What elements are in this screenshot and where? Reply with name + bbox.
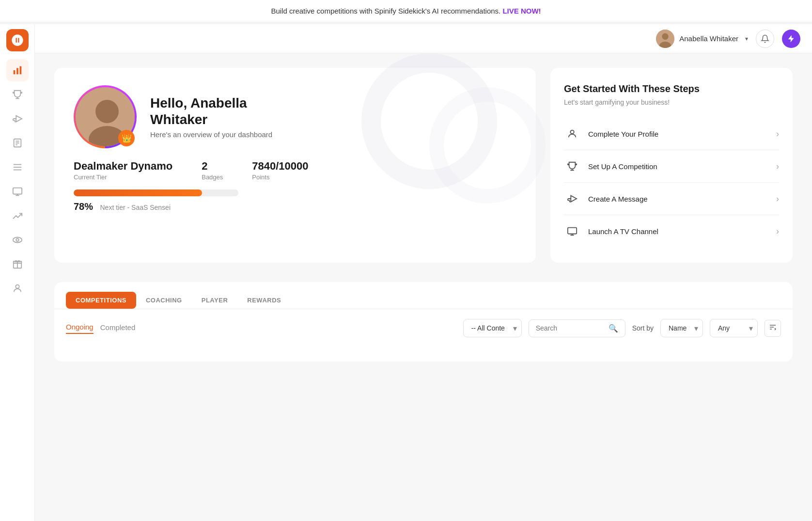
svg-point-21 <box>95 100 119 123</box>
filter-bar: Ongoing Completed -- All Conte Active In… <box>54 309 793 347</box>
live-now-link[interactable]: LIVE NOW! <box>502 7 541 15</box>
sort-label: Sort by <box>632 324 654 332</box>
tab-player[interactable]: PLAYER <box>192 292 238 309</box>
next-tier-label: Next tier - SaaS Sensei <box>100 204 171 211</box>
svg-point-18 <box>662 33 669 39</box>
get-started-subtitle: Let's start gamifying your business! <box>564 98 779 106</box>
profile-info: Hello, Anabella Whitaker Here's an overv… <box>150 95 272 139</box>
step-create-message-label: Create A Message <box>588 195 776 203</box>
tier-label: Current Tier <box>74 174 172 181</box>
sort-select[interactable]: Name Date Score <box>660 319 703 337</box>
step-create-message[interactable]: Create A Message › <box>564 183 779 215</box>
sidebar-item-tv[interactable] <box>6 180 29 203</box>
step-complete-profile[interactable]: Complete Your Profile › <box>564 118 779 150</box>
search-icon: 🔍 <box>609 324 618 333</box>
any-select[interactable]: Any Active Inactive <box>710 319 758 337</box>
avatar <box>656 30 674 48</box>
search-input[interactable] <box>536 324 605 332</box>
badges-label: Badges <box>202 174 223 181</box>
sidebar-item-competitions[interactable] <box>6 83 29 106</box>
notification-bell-button[interactable] <box>756 30 774 48</box>
top-banner: Build creative competitions with Spinify… <box>0 0 812 22</box>
points-value: 7840/10000 <box>252 160 308 173</box>
gift-icon <box>12 259 23 269</box>
greeting-text: Hello, Anabella Whitaker <box>150 95 272 127</box>
sub-tab-completed[interactable]: Completed <box>100 323 136 333</box>
sidebar-item-dashboard[interactable] <box>6 59 29 81</box>
get-started-card: Get Started With These Steps Let's start… <box>550 68 793 263</box>
sidebar-item-trends[interactable] <box>6 205 29 227</box>
svg-rect-0 <box>13 70 15 74</box>
megaphone-icon <box>12 113 23 124</box>
main-tab-bar: COMPETITIONS COACHING PLAYER REWARDS <box>54 282 793 309</box>
bottom-section: COMPETITIONS COACHING PLAYER REWARDS Ong… <box>54 282 793 362</box>
trend-icon <box>12 210 23 221</box>
svg-point-13 <box>13 237 21 243</box>
search-box[interactable]: 🔍 <box>529 319 625 337</box>
user-name-label: Anabella Whitaker <box>679 34 738 43</box>
eye-icon <box>12 235 23 245</box>
dashboard-subtitle: Here's an overview of your dashboard <box>150 130 272 139</box>
monitor-icon <box>12 186 23 197</box>
bell-icon <box>761 34 769 43</box>
profile-stats: Dealmaker Dynamo Current Tier 2 Badges 7… <box>74 160 516 181</box>
list-icon <box>12 162 23 173</box>
badges-stat: 2 Badges <box>202 160 223 181</box>
upper-section: 👑 Hello, Anabella Whitaker Here's an ove… <box>54 68 793 263</box>
step-launch-tv-label: Launch A TV Channel <box>588 227 776 236</box>
trophy-icon <box>12 89 23 100</box>
content-filter-wrapper: -- All Conte Active Inactive <box>463 319 522 337</box>
profile-avatar-wrapper: 👑 <box>74 85 137 148</box>
sidebar-item-watch[interactable] <box>6 229 29 251</box>
avatar-image <box>656 30 674 48</box>
user-menu[interactable]: Anabella Whitaker ▾ <box>656 30 748 48</box>
progress-bar-fill <box>74 189 202 196</box>
sidebar-item-rewards[interactable] <box>6 253 29 275</box>
profile-card: 👑 Hello, Anabella Whitaker Here's an ove… <box>54 68 536 263</box>
step-chevron-icon-3: › <box>776 194 779 204</box>
svg-rect-2 <box>19 66 21 75</box>
power-button[interactable] <box>782 30 800 48</box>
tab-competitions[interactable]: COMPETITIONS <box>66 292 136 309</box>
app-logo[interactable] <box>6 29 29 51</box>
sidebar-item-list[interactable] <box>6 156 29 178</box>
step-chevron-icon-4: › <box>776 226 779 237</box>
chart-bar-icon <box>12 65 23 76</box>
sub-tab-ongoing[interactable]: Ongoing <box>66 323 94 334</box>
sidebar <box>0 24 35 521</box>
progress-percent: 78% <box>74 201 93 212</box>
svg-rect-10 <box>13 188 21 194</box>
svg-point-14 <box>16 238 19 241</box>
main-content: 👑 Hello, Anabella Whitaker Here's an ove… <box>35 53 812 521</box>
step-complete-profile-label: Complete Your Profile <box>588 130 776 138</box>
badges-value: 2 <box>202 160 223 173</box>
sort-order-button[interactable] <box>765 320 781 337</box>
user-icon <box>12 283 23 294</box>
svg-point-23 <box>570 130 574 134</box>
tab-rewards[interactable]: REWARDS <box>237 292 291 309</box>
tab-coaching[interactable]: COACHING <box>136 292 192 309</box>
progress-bar-track <box>74 189 238 196</box>
any-select-wrapper: Any Active Inactive <box>710 319 758 337</box>
tier-stat: Dealmaker Dynamo Current Tier <box>74 160 172 181</box>
bolt-icon <box>787 34 796 43</box>
sort-order-icon <box>769 323 777 331</box>
content-filter-select[interactable]: -- All Conte Active Inactive <box>463 319 522 337</box>
step-chevron-icon: › <box>776 129 779 139</box>
sidebar-item-users[interactable] <box>6 277 29 300</box>
trophy-step-icon <box>564 158 580 174</box>
megaphone-step-icon <box>564 190 580 207</box>
progress-info: 78% Next tier - SaaS Sensei <box>74 201 516 212</box>
svg-rect-1 <box>16 68 18 74</box>
sidebar-item-reports[interactable] <box>6 132 29 154</box>
points-stat: 7840/10000 Points <box>252 160 308 181</box>
sidebar-item-messages[interactable] <box>6 108 29 130</box>
step-launch-tv[interactable]: Launch A TV Channel › <box>564 215 779 247</box>
sort-select-wrapper: Name Date Score <box>660 319 703 337</box>
monitor-step-icon <box>564 223 580 239</box>
report-icon <box>12 138 23 148</box>
get-started-title: Get Started With These Steps <box>564 83 779 95</box>
tier-value: Dealmaker Dynamo <box>74 160 172 173</box>
step-setup-competition[interactable]: Set Up A Competition › <box>564 150 779 183</box>
step-chevron-icon-2: › <box>776 161 779 172</box>
